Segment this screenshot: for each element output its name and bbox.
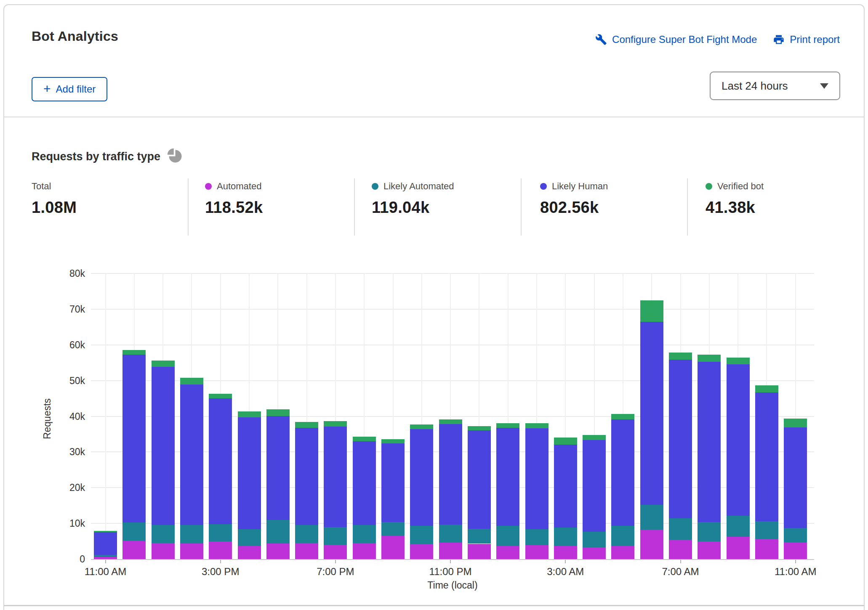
bar-segment-likely-human[interactable] (611, 419, 634, 526)
add-filter-button[interactable]: + Add filter (32, 77, 107, 101)
bar-segment-likely-human[interactable] (94, 532, 117, 555)
bar-segment-automated[interactable] (410, 544, 433, 559)
bar-segment-likely-human[interactable] (353, 441, 376, 525)
bar-segment-verified-bot[interactable] (238, 411, 261, 417)
bar-segment-automated[interactable] (583, 547, 606, 559)
bar-segment-verified-bot[interactable] (554, 438, 577, 444)
bar-segment-likely-human[interactable] (583, 440, 606, 532)
bar-segment-automated[interactable] (238, 546, 261, 559)
bar-segment-automated[interactable] (439, 543, 462, 559)
bar-segment-verified-bot[interactable] (295, 422, 318, 428)
bar-segment-verified-bot[interactable] (353, 437, 376, 441)
bar-segment-likely-automated[interactable] (295, 525, 318, 543)
bar-segment-likely-automated[interactable] (698, 522, 721, 542)
bar-segment-automated[interactable] (152, 543, 175, 559)
bar-segment-likely-automated[interactable] (94, 555, 117, 557)
bar-segment-likely-automated[interactable] (266, 520, 290, 543)
bar-segment-likely-automated[interactable] (324, 527, 347, 545)
bar-segment-likely-automated[interactable] (152, 525, 175, 543)
bar-segment-likely-human[interactable] (266, 416, 290, 520)
bar-segment-verified-bot[interactable] (410, 424, 433, 429)
bar-segment-likely-human[interactable] (381, 443, 405, 522)
bar-segment-likely-automated[interactable] (468, 529, 491, 544)
bar-segment-automated[interactable] (755, 539, 778, 559)
bar-segment-automated[interactable] (727, 537, 750, 559)
bar-segment-likely-automated[interactable] (669, 518, 692, 540)
bar-segment-verified-bot[interactable] (180, 378, 203, 385)
bar-segment-automated[interactable] (180, 544, 203, 559)
bar-segment-likely-automated[interactable] (122, 522, 146, 540)
bar-segment-automated[interactable] (496, 546, 519, 559)
bar-segment-verified-bot[interactable] (439, 419, 462, 424)
bar-segment-likely-human[interactable] (122, 355, 146, 523)
bar-segment-automated[interactable] (468, 544, 491, 559)
bar-segment-likely-automated[interactable] (525, 529, 548, 545)
bar-segment-likely-automated[interactable] (727, 516, 750, 536)
bar-segment-verified-bot[interactable] (381, 439, 405, 443)
bar-segment-verified-bot[interactable] (496, 423, 519, 428)
bar-segment-likely-human[interactable] (669, 360, 692, 519)
bar-segment-verified-bot[interactable] (468, 426, 491, 430)
bar-segment-verified-bot[interactable] (525, 423, 548, 429)
bar-segment-likely-human[interactable] (209, 398, 232, 524)
bar-segment-automated[interactable] (784, 542, 807, 559)
bar-segment-likely-human[interactable] (554, 445, 577, 528)
bar-segment-likely-human[interactable] (180, 385, 203, 525)
bar-segment-likely-automated[interactable] (381, 522, 405, 536)
bar-segment-likely-human[interactable] (755, 393, 778, 521)
print-report-link[interactable]: Print report (773, 34, 840, 45)
bar-segment-likely-human[interactable] (640, 322, 663, 505)
bar-segment-likely-human[interactable] (439, 424, 462, 524)
bar-segment-likely-automated[interactable] (784, 528, 807, 542)
bar-segment-likely-automated[interactable] (640, 505, 663, 530)
bar-segment-automated[interactable] (295, 543, 318, 559)
bar-segment-likely-human[interactable] (152, 367, 175, 525)
bar-segment-verified-bot[interactable] (727, 358, 750, 364)
bar-segment-verified-bot[interactable] (152, 361, 175, 367)
bar-segment-verified-bot[interactable] (669, 353, 692, 360)
bar-segment-likely-human[interactable] (496, 428, 519, 526)
bar-segment-automated[interactable] (324, 545, 347, 559)
bar-segment-verified-bot[interactable] (611, 414, 634, 419)
bar-segment-automated[interactable] (525, 545, 548, 559)
bar-segment-likely-human[interactable] (295, 428, 318, 525)
bar-segment-verified-bot[interactable] (640, 300, 663, 322)
bar-segment-verified-bot[interactable] (266, 409, 290, 416)
bar-segment-verified-bot[interactable] (784, 419, 807, 427)
bar-segment-likely-human[interactable] (784, 427, 807, 528)
bar-segment-likely-automated[interactable] (583, 532, 606, 547)
bar-segment-verified-bot[interactable] (122, 350, 146, 355)
bar-segment-automated[interactable] (698, 541, 721, 559)
bar-segment-verified-bot[interactable] (583, 435, 606, 440)
bar-segment-likely-automated[interactable] (611, 526, 634, 546)
bar-segment-automated[interactable] (266, 544, 290, 559)
bar-segment-automated[interactable] (381, 536, 405, 559)
bar-segment-automated[interactable] (122, 541, 146, 559)
bar-segment-likely-automated[interactable] (755, 521, 778, 539)
bar-segment-verified-bot[interactable] (698, 355, 721, 362)
bar-segment-automated[interactable] (353, 543, 376, 559)
bar-segment-verified-bot[interactable] (209, 394, 232, 398)
bar-segment-automated[interactable] (611, 546, 634, 559)
bar-segment-verified-bot[interactable] (94, 531, 117, 532)
bar-segment-likely-human[interactable] (238, 417, 261, 529)
bar-segment-likely-human[interactable] (698, 362, 721, 522)
bar-segment-likely-automated[interactable] (209, 524, 232, 542)
bar-segment-automated[interactable] (209, 541, 232, 559)
bar-segment-verified-bot[interactable] (324, 421, 347, 427)
bar-segment-likely-automated[interactable] (353, 525, 376, 543)
bar-segment-likely-human[interactable] (525, 428, 548, 529)
bar-segment-likely-human[interactable] (468, 430, 491, 528)
bar-segment-verified-bot[interactable] (755, 385, 778, 393)
configure-super-bot-fight-mode-link[interactable]: Configure Super Bot Fight Mode (595, 34, 757, 45)
bar-segment-likely-automated[interactable] (238, 529, 261, 546)
bar-segment-likely-automated[interactable] (496, 526, 519, 546)
bar-segment-likely-human[interactable] (727, 364, 750, 516)
bar-segment-likely-automated[interactable] (439, 525, 462, 543)
bar-segment-likely-automated[interactable] (554, 528, 577, 546)
bar-segment-likely-automated[interactable] (410, 526, 433, 544)
bar-segment-likely-human[interactable] (410, 429, 433, 526)
bar-segment-likely-human[interactable] (324, 427, 347, 527)
time-range-select[interactable]: Last 24 hours (710, 72, 840, 100)
bar-segment-automated[interactable] (640, 530, 663, 559)
